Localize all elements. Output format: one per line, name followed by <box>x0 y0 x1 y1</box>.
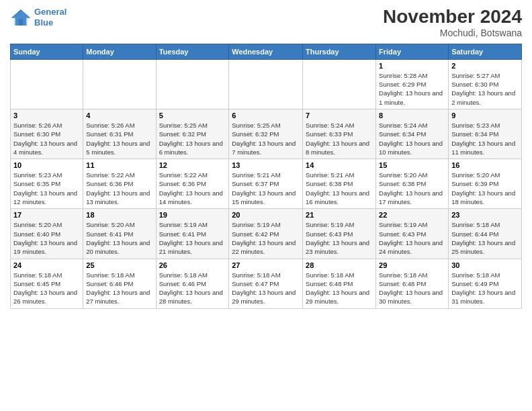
day-detail: Sunrise: 5:18 AM Sunset: 6:44 PM Dayligh… <box>451 220 519 256</box>
table-row: 22Sunrise: 5:19 AM Sunset: 6:43 PM Dayli… <box>376 209 449 259</box>
day-detail: Sunrise: 5:19 AM Sunset: 6:42 PM Dayligh… <box>232 220 300 256</box>
day-number: 12 <box>159 161 226 169</box>
col-tuesday: Tuesday <box>156 44 229 59</box>
day-number: 16 <box>451 161 519 169</box>
table-row: 26Sunrise: 5:18 AM Sunset: 6:46 PM Dayli… <box>156 259 229 308</box>
day-number: 23 <box>451 211 519 219</box>
table-row: 13Sunrise: 5:21 AM Sunset: 6:37 PM Dayli… <box>229 159 303 209</box>
day-detail: Sunrise: 5:23 AM Sunset: 6:35 PM Dayligh… <box>13 171 80 206</box>
col-friday: Friday <box>376 44 449 59</box>
day-detail: Sunrise: 5:27 AM Sunset: 6:30 PM Dayligh… <box>451 71 519 107</box>
day-number: 19 <box>159 211 226 219</box>
day-number: 10 <box>13 161 80 169</box>
col-wednesday: Wednesday <box>229 44 303 59</box>
day-detail: Sunrise: 5:28 AM Sunset: 6:29 PM Dayligh… <box>379 71 445 107</box>
day-number: 21 <box>306 211 373 219</box>
day-detail: Sunrise: 5:18 AM Sunset: 6:47 PM Dayligh… <box>232 271 300 306</box>
day-detail: Sunrise: 5:18 AM Sunset: 6:49 PM Dayligh… <box>451 271 519 306</box>
day-detail: Sunrise: 5:20 AM Sunset: 6:38 PM Dayligh… <box>379 171 445 206</box>
table-row: 19Sunrise: 5:19 AM Sunset: 6:41 PM Dayli… <box>156 209 229 259</box>
day-number: 18 <box>86 211 152 219</box>
table-row: 4Sunrise: 5:26 AM Sunset: 6:31 PM Daylig… <box>83 109 156 158</box>
table-row: 9Sunrise: 5:23 AM Sunset: 6:34 PM Daylig… <box>449 109 522 158</box>
day-detail: Sunrise: 5:21 AM Sunset: 6:38 PM Dayligh… <box>306 171 373 206</box>
day-detail: Sunrise: 5:19 AM Sunset: 6:41 PM Dayligh… <box>159 220 226 256</box>
day-detail: Sunrise: 5:26 AM Sunset: 6:30 PM Dayligh… <box>13 121 80 156</box>
day-number: 2 <box>451 62 519 70</box>
calendar-header-row: Sunday Monday Tuesday Wednesday Thursday… <box>11 44 522 59</box>
table-row <box>156 59 229 109</box>
day-number: 26 <box>159 261 226 269</box>
day-detail: Sunrise: 5:24 AM Sunset: 6:34 PM Dayligh… <box>379 121 445 156</box>
col-monday: Monday <box>83 44 156 59</box>
day-detail: Sunrise: 5:24 AM Sunset: 6:33 PM Dayligh… <box>306 121 373 156</box>
day-number: 29 <box>379 261 445 269</box>
table-row: 7Sunrise: 5:24 AM Sunset: 6:33 PM Daylig… <box>303 109 376 158</box>
day-number: 22 <box>379 211 445 219</box>
day-number: 1 <box>379 62 445 70</box>
day-detail: Sunrise: 5:26 AM Sunset: 6:31 PM Dayligh… <box>86 121 152 156</box>
day-detail: Sunrise: 5:22 AM Sunset: 6:36 PM Dayligh… <box>159 171 226 206</box>
day-number: 13 <box>232 161 300 169</box>
table-row <box>83 59 156 109</box>
table-row <box>229 59 303 109</box>
table-row: 10Sunrise: 5:23 AM Sunset: 6:35 PM Dayli… <box>11 159 83 209</box>
week-row-4: 24Sunrise: 5:18 AM Sunset: 6:45 PM Dayli… <box>11 259 522 308</box>
day-detail: Sunrise: 5:19 AM Sunset: 6:43 PM Dayligh… <box>379 220 445 256</box>
day-detail: Sunrise: 5:18 AM Sunset: 6:46 PM Dayligh… <box>86 271 152 306</box>
day-number: 9 <box>451 111 519 120</box>
day-number: 3 <box>13 111 80 120</box>
page: General Blue November 2024 Mochudi, Bots… <box>0 0 532 316</box>
day-detail: Sunrise: 5:25 AM Sunset: 6:32 PM Dayligh… <box>159 121 226 156</box>
day-number: 17 <box>13 211 80 219</box>
day-detail: Sunrise: 5:20 AM Sunset: 6:40 PM Dayligh… <box>13 220 80 256</box>
day-number: 25 <box>86 261 152 269</box>
day-detail: Sunrise: 5:19 AM Sunset: 6:43 PM Dayligh… <box>306 220 373 256</box>
table-row: 8Sunrise: 5:24 AM Sunset: 6:34 PM Daylig… <box>376 109 449 158</box>
day-detail: Sunrise: 5:18 AM Sunset: 6:45 PM Dayligh… <box>13 271 80 306</box>
table-row: 3Sunrise: 5:26 AM Sunset: 6:30 PM Daylig… <box>11 109 83 158</box>
day-number: 20 <box>232 211 300 219</box>
table-row <box>11 59 83 109</box>
day-number: 15 <box>379 161 445 169</box>
table-row: 5Sunrise: 5:25 AM Sunset: 6:32 PM Daylig… <box>156 109 229 158</box>
day-detail: Sunrise: 5:20 AM Sunset: 6:39 PM Dayligh… <box>451 171 519 206</box>
day-detail: Sunrise: 5:18 AM Sunset: 6:48 PM Dayligh… <box>379 271 445 306</box>
day-number: 6 <box>232 111 300 120</box>
table-row: 2Sunrise: 5:27 AM Sunset: 6:30 PM Daylig… <box>449 59 522 109</box>
table-row: 14Sunrise: 5:21 AM Sunset: 6:38 PM Dayli… <box>303 159 376 209</box>
day-number: 14 <box>306 161 373 169</box>
table-row: 21Sunrise: 5:19 AM Sunset: 6:43 PM Dayli… <box>303 209 376 259</box>
table-row: 15Sunrise: 5:20 AM Sunset: 6:38 PM Dayli… <box>376 159 449 209</box>
week-row-1: 3Sunrise: 5:26 AM Sunset: 6:30 PM Daylig… <box>11 109 522 158</box>
day-number: 4 <box>86 111 152 120</box>
table-row: 6Sunrise: 5:25 AM Sunset: 6:32 PM Daylig… <box>229 109 303 158</box>
day-number: 28 <box>306 261 373 269</box>
header: General Blue November 2024 Mochudi, Bots… <box>10 7 522 38</box>
logo: General Blue <box>10 7 66 28</box>
table-row: 27Sunrise: 5:18 AM Sunset: 6:47 PM Dayli… <box>229 259 303 308</box>
subtitle: Mochudi, Botswana <box>383 28 522 38</box>
day-number: 7 <box>306 111 373 120</box>
week-row-3: 17Sunrise: 5:20 AM Sunset: 6:40 PM Dayli… <box>11 209 522 259</box>
table-row: 24Sunrise: 5:18 AM Sunset: 6:45 PM Dayli… <box>11 259 83 308</box>
table-row: 12Sunrise: 5:22 AM Sunset: 6:36 PM Dayli… <box>156 159 229 209</box>
day-detail: Sunrise: 5:23 AM Sunset: 6:34 PM Dayligh… <box>451 121 519 156</box>
day-number: 24 <box>13 261 80 269</box>
day-number: 11 <box>86 161 152 169</box>
day-detail: Sunrise: 5:18 AM Sunset: 6:48 PM Dayligh… <box>306 271 373 306</box>
day-detail: Sunrise: 5:18 AM Sunset: 6:46 PM Dayligh… <box>159 271 226 306</box>
day-detail: Sunrise: 5:25 AM Sunset: 6:32 PM Dayligh… <box>232 121 300 156</box>
table-row: 11Sunrise: 5:22 AM Sunset: 6:36 PM Dayli… <box>83 159 156 209</box>
day-number: 27 <box>232 261 300 269</box>
calendar-table: Sunday Monday Tuesday Wednesday Thursday… <box>10 44 522 309</box>
logo-general: General <box>34 7 66 17</box>
logo-text: General Blue <box>34 7 66 28</box>
day-number: 30 <box>451 261 519 269</box>
col-saturday: Saturday <box>449 44 522 59</box>
table-row: 1Sunrise: 5:28 AM Sunset: 6:29 PM Daylig… <box>376 59 449 109</box>
day-detail: Sunrise: 5:22 AM Sunset: 6:36 PM Dayligh… <box>86 171 152 206</box>
col-thursday: Thursday <box>303 44 376 59</box>
day-detail: Sunrise: 5:20 AM Sunset: 6:41 PM Dayligh… <box>86 220 152 256</box>
table-row: 18Sunrise: 5:20 AM Sunset: 6:41 PM Dayli… <box>83 209 156 259</box>
